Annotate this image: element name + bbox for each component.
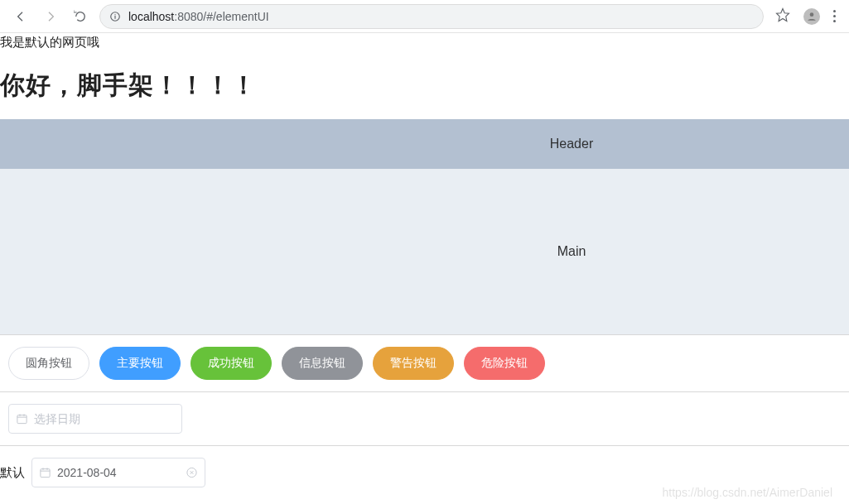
nav-buttons: [8, 9, 93, 24]
profile-avatar-icon[interactable]: [803, 8, 820, 25]
info-button[interactable]: 信息按钮: [282, 347, 363, 380]
primary-button[interactable]: 主要按钮: [99, 347, 181, 380]
warning-button[interactable]: 警告按钮: [373, 347, 454, 380]
clear-icon[interactable]: [186, 467, 198, 479]
calendar-icon: [16, 413, 28, 425]
danger-button[interactable]: 危险按钮: [464, 347, 545, 380]
reload-button[interactable]: [73, 9, 88, 24]
layout-scroll[interactable]: Header Main: [0, 119, 849, 334]
svg-point-4: [810, 12, 814, 17]
button-row: 圆角按钮 主要按钮 成功按钮 信息按钮 警告按钮 危险按钮: [0, 335, 849, 392]
date-picker-row-1: [0, 392, 849, 446]
date-picker-empty[interactable]: [8, 404, 182, 434]
url-host: localhost: [128, 10, 174, 23]
date-input-filled[interactable]: [57, 466, 180, 479]
default-page-text: 我是默认的网页哦: [0, 33, 849, 54]
svg-rect-5: [17, 415, 27, 424]
toolbar-right: [770, 7, 841, 25]
svg-rect-9: [41, 469, 50, 478]
success-button[interactable]: 成功按钮: [191, 347, 272, 380]
page-content: 我是默认的网页哦 你好，脚手架！！！！ Header Main 圆角按钮 主要按…: [0, 33, 849, 504]
round-button[interactable]: 圆角按钮: [8, 347, 89, 380]
svg-marker-3: [777, 9, 789, 22]
forward-button[interactable]: [43, 9, 58, 24]
date-picker-row-2: 默认: [0, 446, 849, 504]
address-bar[interactable]: localhost:8080/#/elementUI: [99, 4, 764, 29]
kebab-menu-icon[interactable]: [833, 10, 836, 22]
date-picker-filled[interactable]: [31, 458, 205, 487]
bookmark-icon[interactable]: [775, 7, 790, 25]
date-label: 默认: [0, 465, 25, 481]
site-info-icon[interactable]: [109, 10, 122, 23]
page-title: 你好，脚手架！！！！: [0, 54, 849, 119]
url-text: localhost:8080/#/elementUI: [128, 10, 269, 23]
date-input-empty[interactable]: [34, 412, 157, 425]
el-container: Header Main: [0, 119, 849, 334]
el-header: Header: [0, 119, 849, 169]
browser-toolbar: localhost:8080/#/elementUI: [0, 0, 849, 33]
el-main: Main: [0, 169, 849, 334]
calendar-icon: [39, 467, 51, 479]
back-button[interactable]: [13, 9, 28, 24]
url-rest: :8080/#/elementUI: [174, 10, 268, 23]
